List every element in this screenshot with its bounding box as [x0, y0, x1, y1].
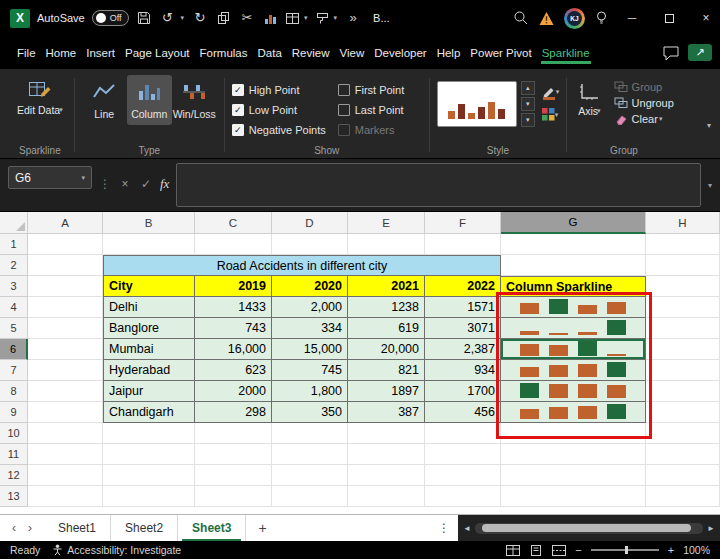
gallery-more-icon[interactable]: ▾: [521, 113, 535, 127]
sheet-tab-sheet1[interactable]: Sheet1: [44, 515, 111, 541]
copy-icon[interactable]: [216, 11, 231, 26]
column-header-e[interactable]: E: [348, 212, 425, 234]
value-cell[interactable]: 1,800: [272, 381, 348, 402]
table-dropdown-icon[interactable]: ▾: [304, 14, 308, 22]
lightbulb-icon[interactable]: [594, 10, 609, 26]
account-avatar[interactable]: KJ: [564, 8, 585, 29]
value-cell[interactable]: 2000: [195, 381, 272, 402]
empty-cell[interactable]: [103, 234, 195, 255]
group-button[interactable]: Group: [614, 81, 674, 93]
value-cell[interactable]: 20,000: [348, 339, 425, 360]
empty-cell[interactable]: [28, 255, 103, 276]
chart-icon[interactable]: [263, 11, 278, 26]
empty-cell[interactable]: [646, 465, 720, 486]
menu-tab-sparkline[interactable]: Sparkline: [537, 39, 595, 67]
sparkline-style-gallery[interactable]: [437, 81, 517, 127]
checkbox-first-point[interactable]: First Point: [338, 84, 422, 96]
sheet-nav-right-icon[interactable]: ›: [28, 521, 32, 535]
share-button[interactable]: ↗: [688, 44, 712, 61]
search-icon[interactable]: [513, 10, 529, 26]
empty-cell[interactable]: [28, 360, 103, 381]
normal-view-icon[interactable]: [506, 545, 520, 556]
value-cell[interactable]: 743: [195, 318, 272, 339]
warning-icon[interactable]: [538, 11, 555, 26]
empty-cell[interactable]: [646, 444, 720, 465]
zoom-slider[interactable]: [591, 549, 659, 551]
cancel-icon[interactable]: ×: [118, 177, 132, 191]
empty-cell[interactable]: [28, 423, 103, 444]
sparkline-cell-mumbai[interactable]: [501, 339, 646, 360]
empty-cell[interactable]: [646, 234, 720, 255]
value-cell[interactable]: 2,387: [425, 339, 501, 360]
type-button-line[interactable]: Line: [82, 75, 127, 125]
menu-tab-formulas[interactable]: Formulas: [195, 39, 253, 67]
empty-cell[interactable]: [646, 381, 720, 402]
value-cell[interactable]: 1238: [348, 297, 425, 318]
value-cell[interactable]: 1571: [425, 297, 501, 318]
row-header-2[interactable]: 2: [0, 255, 28, 276]
undo-icon[interactable]: ↺: [159, 0, 177, 36]
city-cell-mumbai[interactable]: Mumbai: [103, 339, 195, 360]
checkbox-high-point[interactable]: ✓High Point: [232, 84, 338, 96]
row-header-9[interactable]: 9: [0, 402, 28, 423]
value-cell[interactable]: 3071: [425, 318, 501, 339]
value-cell[interactable]: 2,000: [272, 297, 348, 318]
expand-formula-bar-icon[interactable]: ▾: [708, 181, 712, 190]
sparkline-color-button[interactable]: ▾: [542, 84, 560, 100]
more-commands-icon[interactable]: »: [344, 0, 362, 36]
menu-tab-view[interactable]: View: [335, 39, 370, 67]
row-header-1[interactable]: 1: [0, 234, 28, 255]
type-button-win-loss[interactable]: Win/Loss: [172, 75, 217, 125]
value-cell[interactable]: 1433: [195, 297, 272, 318]
collapse-ribbon-icon[interactable]: ▾: [707, 121, 711, 130]
tab-options-icon[interactable]: ⋮: [430, 515, 458, 541]
table-header-2021[interactable]: 2021: [348, 276, 425, 297]
value-cell[interactable]: 15,000: [272, 339, 348, 360]
type-button-column[interactable]: Column: [127, 75, 172, 125]
marker-color-button[interactable]: ▾: [542, 108, 560, 121]
empty-cell[interactable]: [28, 318, 103, 339]
empty-cell[interactable]: [195, 423, 272, 444]
checkbox-low-point[interactable]: ✓Low Point: [232, 104, 338, 116]
comments-icon[interactable]: [662, 45, 680, 61]
row-header-10[interactable]: 10: [0, 423, 28, 444]
empty-cell[interactable]: [272, 444, 348, 465]
sparkline-cell-hyderabad[interactable]: [501, 360, 646, 381]
column-header-h[interactable]: H: [646, 212, 720, 234]
empty-cell[interactable]: [646, 255, 720, 276]
empty-cell[interactable]: [646, 318, 720, 339]
empty-cell[interactable]: [103, 444, 195, 465]
sparkline-cell-chandigarh[interactable]: [501, 402, 646, 423]
sparkline-cell-delhi[interactable]: [501, 297, 646, 318]
empty-cell[interactable]: [28, 444, 103, 465]
empty-cell[interactable]: [272, 234, 348, 255]
excel-logo-icon[interactable]: X: [10, 9, 30, 28]
empty-cell[interactable]: [195, 444, 272, 465]
cut-icon[interactable]: ✂: [238, 0, 256, 36]
value-cell[interactable]: 1700: [425, 381, 501, 402]
row-header-8[interactable]: 8: [0, 381, 28, 402]
empty-cell[interactable]: [195, 234, 272, 255]
table-icon[interactable]: [285, 11, 300, 26]
menu-tab-review[interactable]: Review: [287, 39, 335, 67]
gallery-up-icon[interactable]: ▴: [521, 81, 535, 95]
empty-cell[interactable]: [646, 297, 720, 318]
row-header-13[interactable]: 13: [0, 486, 28, 507]
redo-icon[interactable]: ↻: [191, 0, 209, 36]
axis-button[interactable]: Axis▾: [574, 78, 604, 125]
table-header-city[interactable]: City: [103, 276, 195, 297]
edit-data-button[interactable]: Edit Data▾: [13, 75, 67, 120]
empty-cell[interactable]: [425, 465, 501, 486]
enter-icon[interactable]: ✓: [139, 177, 153, 191]
empty-cell[interactable]: [501, 234, 646, 255]
zoom-out-button[interactable]: −: [575, 544, 581, 556]
new-sheet-button[interactable]: +: [246, 515, 278, 541]
sheet-tab-sheet2[interactable]: Sheet2: [111, 515, 178, 541]
value-cell[interactable]: 456: [425, 402, 501, 423]
maximize-button[interactable]: [655, 0, 683, 36]
city-cell-chandigarh[interactable]: Chandigarh: [103, 402, 195, 423]
sparkline-cell-banglore[interactable]: [501, 318, 646, 339]
city-cell-delhi[interactable]: Delhi: [103, 297, 195, 318]
format-painter-icon[interactable]: [315, 11, 330, 26]
checkbox-markers[interactable]: Markers: [338, 124, 422, 136]
